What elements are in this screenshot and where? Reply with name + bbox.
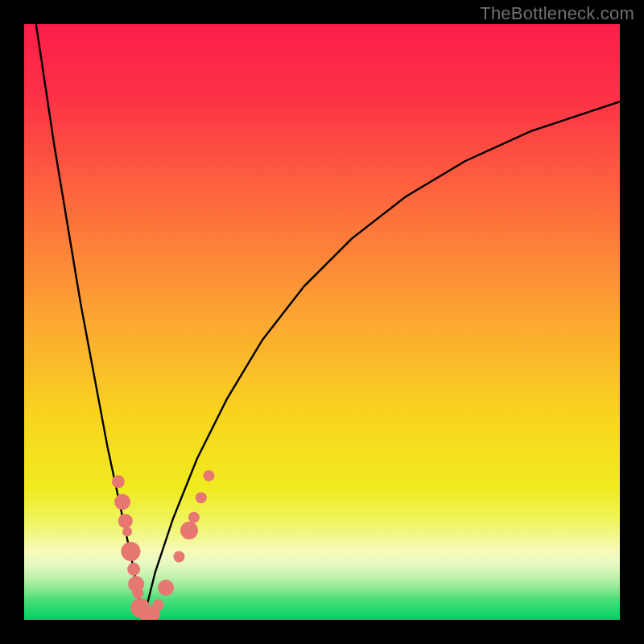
data-marker	[122, 526, 132, 536]
data-marker	[112, 475, 125, 488]
marker-group	[112, 470, 214, 620]
data-marker	[121, 542, 140, 561]
data-marker	[173, 551, 184, 563]
data-marker	[114, 493, 130, 510]
right-branch-curve	[143, 101, 620, 620]
data-marker	[180, 522, 198, 539]
watermark-text: TheBottleneck.com	[480, 3, 634, 24]
data-marker	[132, 588, 143, 599]
data-marker	[188, 512, 200, 523]
data-marker	[203, 470, 214, 481]
data-marker	[158, 580, 174, 596]
chart-frame: TheBottleneck.com	[0, 0, 644, 644]
data-marker	[153, 600, 164, 611]
data-marker	[196, 492, 207, 503]
data-marker	[118, 514, 133, 528]
data-marker	[127, 563, 140, 576]
plot-area	[24, 24, 620, 620]
curve-layer	[24, 24, 620, 620]
